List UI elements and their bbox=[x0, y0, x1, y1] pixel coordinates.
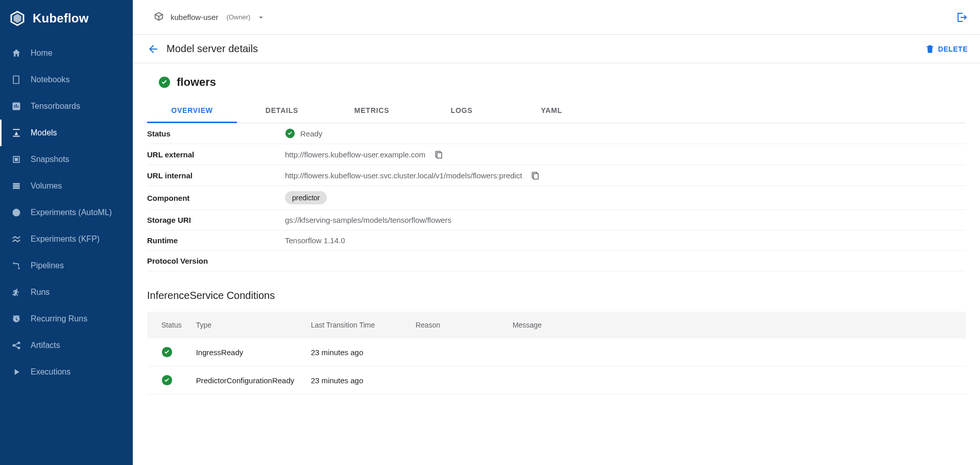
cell-status bbox=[147, 366, 189, 394]
status-check-icon bbox=[158, 76, 171, 88]
cell-reason bbox=[409, 338, 506, 366]
sidebar-item-recurring-runs[interactable]: Recurring Runs bbox=[0, 306, 133, 332]
tabs: OVERVIEW DETAILS METRICS LOGS YAML bbox=[147, 99, 966, 123]
sidebar-item-label: Pipelines bbox=[31, 261, 64, 270]
globe-icon bbox=[11, 207, 21, 218]
sidebar-item-label: Recurring Runs bbox=[31, 314, 87, 323]
home-icon bbox=[11, 48, 21, 58]
cell-message bbox=[506, 366, 966, 394]
sidebar-item-label: Experiments (AutoML) bbox=[31, 208, 112, 217]
sidebar-item-home[interactable]: Home bbox=[0, 40, 133, 66]
logout-button[interactable] bbox=[955, 11, 968, 24]
sidebar-item-label: Artifacts bbox=[31, 341, 60, 350]
namespace-role: (Owner) bbox=[226, 13, 250, 21]
row-status: Status Ready bbox=[147, 123, 966, 144]
cell-time: 23 minutes ago bbox=[304, 338, 409, 366]
play-icon bbox=[11, 367, 21, 377]
sidebar-item-label: Experiments (KFP) bbox=[31, 235, 100, 244]
snapshot-icon bbox=[11, 154, 21, 165]
namespace-selector[interactable]: kubeflow-user (Owner) bbox=[153, 12, 266, 23]
sidebar-item-label: Volumes bbox=[31, 181, 62, 191]
sidebar-item-label: Home bbox=[31, 49, 53, 58]
cell-status bbox=[147, 338, 189, 366]
table-row: IngressReady 23 minutes ago bbox=[147, 338, 966, 366]
tab-details[interactable]: DETAILS bbox=[237, 99, 327, 123]
page-header: Model server details DELETE bbox=[133, 35, 980, 63]
row-protocol-version: Protocol Version bbox=[147, 251, 966, 271]
tab-logs[interactable]: LOGS bbox=[417, 99, 507, 123]
row-url-external: URL external http://flowers.kubeflow-use… bbox=[147, 144, 966, 165]
sidebar-item-runs[interactable]: Runs bbox=[0, 279, 133, 306]
status-check-icon bbox=[285, 128, 295, 138]
table-row: PredictorConfigurationReady 23 minutes a… bbox=[147, 366, 966, 394]
tab-yaml[interactable]: YAML bbox=[507, 99, 596, 123]
status-check-icon bbox=[161, 375, 182, 386]
delete-label: DELETE bbox=[938, 45, 968, 53]
runtime-value: Tensorflow 1.14.0 bbox=[285, 236, 345, 245]
chevron-down-icon bbox=[256, 13, 266, 22]
waves-icon bbox=[11, 234, 21, 244]
copy-url-external-button[interactable] bbox=[434, 149, 444, 159]
sidebar-item-pipelines[interactable]: Pipelines bbox=[0, 252, 133, 279]
url-external-label: URL external bbox=[147, 150, 285, 159]
cell-reason bbox=[409, 366, 506, 394]
cell-type: PredictorConfigurationReady bbox=[189, 366, 304, 394]
sidebar-item-label: Runs bbox=[31, 288, 50, 297]
sidebar-item-label: Models bbox=[31, 128, 57, 137]
sidebar-item-notebooks[interactable]: Notebooks bbox=[0, 66, 133, 93]
delete-button[interactable]: DELETE bbox=[925, 44, 968, 54]
sidebar-item-label: Snapshots bbox=[31, 155, 69, 164]
conditions-title: InferenceService Conditions bbox=[147, 290, 966, 301]
top-bar: kubeflow-user (Owner) bbox=[133, 0, 980, 35]
model-name: flowers bbox=[177, 76, 216, 89]
conditions-table: Status Type Last Transition Time Reason … bbox=[147, 312, 966, 394]
sidebar-item-label: Tensorboards bbox=[31, 102, 80, 111]
sidebar-item-volumes[interactable]: Volumes bbox=[0, 173, 133, 199]
status-label: Status bbox=[147, 129, 285, 138]
tab-overview[interactable]: OVERVIEW bbox=[147, 99, 237, 123]
trash-icon bbox=[925, 44, 935, 54]
kubeflow-logo-icon bbox=[8, 9, 27, 28]
back-button[interactable] bbox=[147, 43, 159, 55]
th-reason: Reason bbox=[409, 312, 506, 338]
status-value: Ready bbox=[300, 129, 322, 138]
runtime-label: Runtime bbox=[147, 236, 285, 245]
run-icon bbox=[11, 287, 21, 297]
sidebar-item-tensorboards[interactable]: Tensorboards bbox=[0, 93, 133, 120]
brand-name: Kubeflow bbox=[33, 11, 89, 26]
storage-value: gs://kfserving-samples/models/tensorflow… bbox=[285, 216, 451, 224]
nav-list: Home Notebooks Tensorboards Models Snaps… bbox=[0, 40, 133, 385]
sidebar-item-models[interactable]: Models bbox=[0, 120, 133, 146]
th-time: Last Transition Time bbox=[304, 312, 409, 338]
component-chip: predictor bbox=[285, 191, 327, 204]
tab-metrics[interactable]: METRICS bbox=[327, 99, 417, 123]
artifact-icon bbox=[11, 340, 21, 351]
status-check-icon bbox=[161, 346, 182, 358]
sidebar-item-experiments-kfp[interactable]: Experiments (KFP) bbox=[0, 226, 133, 252]
sidebar-item-executions[interactable]: Executions bbox=[0, 359, 133, 385]
copy-url-internal-button[interactable] bbox=[530, 170, 540, 180]
chart-icon bbox=[11, 101, 21, 111]
storage-label: Storage URI bbox=[147, 216, 285, 224]
sidebar-item-experiments-automl[interactable]: Experiments (AutoML) bbox=[0, 199, 133, 226]
namespace-name: kubeflow-user bbox=[171, 13, 218, 21]
sidebar-item-snapshots[interactable]: Snapshots bbox=[0, 146, 133, 173]
url-internal-value: http://flowers.kubeflow-user.svc.cluster… bbox=[285, 171, 522, 180]
sidebar-item-artifacts[interactable]: Artifacts bbox=[0, 332, 133, 359]
cell-time: 23 minutes ago bbox=[304, 366, 409, 394]
book-icon bbox=[11, 75, 21, 85]
component-label: Component bbox=[147, 194, 285, 202]
url-external-value: http://flowers.kubeflow-user.example.com bbox=[285, 150, 425, 159]
alarm-icon bbox=[11, 314, 21, 324]
row-url-internal: URL internal http://flowers.kubeflow-use… bbox=[147, 165, 966, 186]
sidebar-item-label: Executions bbox=[31, 367, 70, 377]
pipeline-icon bbox=[11, 261, 21, 271]
table-header-row: Status Type Last Transition Time Reason … bbox=[147, 312, 966, 338]
row-storage-uri: Storage URI gs://kfserving-samples/model… bbox=[147, 210, 966, 230]
sidebar-item-label: Notebooks bbox=[31, 75, 70, 84]
models-icon bbox=[11, 128, 21, 138]
url-internal-label: URL internal bbox=[147, 171, 285, 180]
th-status: Status bbox=[147, 312, 189, 338]
th-message: Message bbox=[506, 312, 966, 338]
svg-point-0 bbox=[13, 209, 20, 217]
